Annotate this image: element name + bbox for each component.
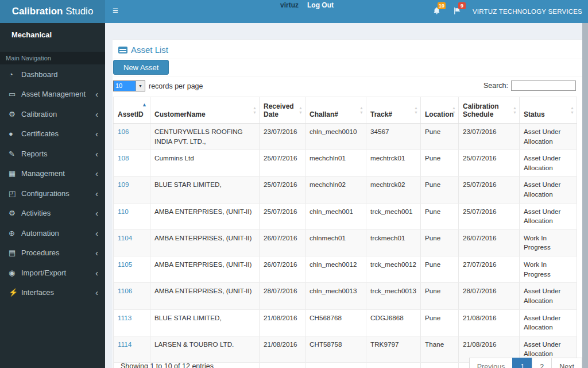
asset-id-link[interactable]: 1104 (118, 234, 132, 241)
sidebar-item-certificates[interactable]: ●Certificates‹ (0, 124, 105, 144)
flags-button[interactable]: 9 (453, 6, 466, 18)
asset-id-link[interactable]: 110 (118, 208, 129, 215)
pagination-2-button[interactable]: 2 (532, 358, 552, 368)
asset-id-link[interactable]: 108 (118, 154, 129, 162)
logout-link[interactable]: Log Out (307, 1, 334, 9)
search-input[interactable] (511, 80, 576, 91)
calibration-schedule-cell: 25/07/2016 (459, 203, 520, 229)
location-cell: Pune (421, 203, 459, 229)
sidebar-item-management[interactable]: ▦Management‹ (0, 164, 105, 184)
chevron-left-icon: ‹ (95, 288, 98, 297)
sidebar-item-label: Management (21, 169, 95, 178)
customer-name-cell: LARSEN & TOUBRO LTD. (150, 336, 260, 362)
pagination-next-button[interactable]: Next (551, 358, 582, 368)
asset-id-link[interactable]: 109 (118, 181, 129, 188)
asset-list-panel: Asset List New Asset 10 ▼ records per pa… (113, 39, 582, 368)
column-header-status[interactable]: Status▲▼ (520, 97, 577, 124)
column-header-track[interactable]: Track#▲▼ (366, 97, 421, 124)
status-cell: Asset Under Allocation (520, 283, 577, 309)
sidebar-item-reports[interactable]: ✎Reports‹ (0, 144, 105, 164)
sidebar-item-label: Procedures (21, 248, 95, 257)
track-cell: trck_mech001 (366, 203, 421, 229)
sort-down-icon: ▼ (359, 110, 363, 114)
status-cell: Asset Under Allocation (520, 309, 577, 336)
pagination-1-button[interactable]: 1 (512, 358, 532, 368)
user-session-area: virtuz Log Out (280, 1, 334, 9)
track-cell: mechtrck01 (366, 150, 421, 177)
column-label: Location (425, 110, 454, 118)
customer-name-cell: AMBA ENTERPRISES, (UNIT-II) (150, 203, 260, 229)
sidebar-item-label: Asset Management (21, 90, 95, 98)
sidebar-item-activities[interactable]: ⚙Activities‹ (0, 204, 105, 224)
showing-entries-label: Showing 1 to 10 of 12 entries (121, 362, 214, 368)
table-row: 1106AMBA ENTERPRISES, (UNIT-II)28/07/201… (114, 283, 577, 309)
calibration-schedule-cell: 25/07/2016 (459, 177, 520, 203)
received-date-cell: 25/07/2016 (260, 150, 305, 177)
calibration-schedule-cell: 23/07/2016 (459, 124, 520, 150)
column-label: CustomerName (154, 110, 206, 118)
pencil-icon: ✎ (9, 150, 21, 158)
brand-name-bold: Calibration (12, 6, 63, 17)
received-date-cell: 07/09/2016 (260, 362, 305, 368)
challan-cell: chln_mech0012 (305, 256, 366, 283)
challan-cell: chln_mech0013 (305, 283, 366, 309)
asset-id-cell: 1106 (114, 283, 150, 309)
pagination-previous-button[interactable]: Previous (469, 358, 513, 368)
asset-id-cell: 110 (114, 203, 150, 229)
vertical-scrollbar[interactable] (582, 23, 588, 368)
globe-icon: ⊕ (9, 229, 21, 237)
table-row: 109BLUE STAR LIMITED,25/07/2016mechchln0… (114, 177, 577, 203)
records-per-page-value: 10 (114, 81, 136, 91)
asset-id-cell: 1105 (114, 256, 150, 283)
sidebar-item-automation[interactable]: ⊕Automation‹ (0, 223, 105, 243)
main-content: Asset List New Asset 10 ▼ records per pa… (105, 23, 582, 368)
sidebar-item-dashboard[interactable]: ◔Dashboard (0, 64, 105, 85)
sort-icons: ▲▼ (513, 106, 517, 115)
sidebar-item-label: Activities (21, 209, 95, 217)
sidebar-item-label: Configurations (21, 189, 95, 198)
sort-up-icon: ▲ (570, 106, 574, 110)
records-per-page-select[interactable]: 10 ▼ (113, 80, 145, 91)
track-cell: trckmech01 (366, 229, 421, 256)
dashboard-icon: ◔ (9, 70, 21, 79)
received-date-cell: 25/07/2016 (260, 177, 305, 203)
plug-icon: ⚡ (9, 288, 21, 297)
asset-id-link[interactable]: 1106 (118, 287, 132, 294)
sidebar-item-label: Certificates (21, 129, 95, 138)
asset-id-link[interactable]: 1113 (118, 314, 131, 321)
location-cell: Pune (421, 124, 459, 150)
sidebar-item-interfaces[interactable]: ⚡Interfaces‹ (0, 283, 105, 303)
table-row: 1104AMBA ENTERPRISES, (UNIT-II)26/07/201… (114, 229, 577, 256)
location-cell: Thane (421, 362, 459, 368)
search-label: Search: (483, 82, 508, 90)
asset-id-link[interactable]: 1105 (118, 260, 132, 268)
column-header-received-date[interactable]: Received Date▲▼ (260, 97, 305, 124)
column-header-assetid[interactable]: AssetID▲ (114, 97, 150, 124)
sidebar-item-procedures[interactable]: ▤Procedures‹ (0, 243, 105, 263)
column-header-customername[interactable]: CustomerName▲▼ (150, 97, 260, 124)
notifications-button[interactable]: 10 (432, 6, 445, 18)
column-label: Status (524, 110, 545, 118)
sidebar-item-asset-management[interactable]: ▭Asset Management‹ (0, 85, 105, 105)
sidebar-item-calibration[interactable]: ⚙Calibration‹ (0, 104, 105, 124)
new-asset-button[interactable]: New Asset (113, 60, 169, 75)
column-header-location[interactable]: Location▲▼ (421, 97, 459, 124)
sidebar-item-label: Interfaces (21, 288, 95, 297)
challan-cell: chln_mech0010 (305, 124, 366, 150)
top-navbar: Calibration Studio ≡ virtuz Log Out 10 9… (0, 0, 588, 23)
asset-id-link[interactable]: 106 (118, 128, 129, 135)
sidebar-item-configurations[interactable]: ◰Configurations‹ (0, 183, 105, 204)
records-per-page-control: 10 ▼ records per page (113, 80, 203, 91)
app-logo[interactable]: Calibration Studio (0, 0, 105, 23)
sidebar-toggle-icon[interactable]: ≡ (106, 0, 125, 23)
received-date-cell: 26/07/2016 (260, 229, 305, 256)
calibration-schedule-cell: 21/08/2016 (459, 309, 520, 336)
sidebar-item-import-export[interactable]: ◉Import/Export‹ (0, 263, 105, 283)
sort-down-icon: ▼ (570, 110, 574, 114)
column-header-challan[interactable]: Challan#▲▼ (305, 97, 366, 124)
asset-id-link[interactable]: 1114 (118, 340, 131, 348)
received-date-cell: 21/08/2016 (260, 336, 305, 362)
username-label[interactable]: virtuz (280, 1, 299, 9)
column-header-calibration-schedule[interactable]: Calibration Schedule▲▼ (459, 97, 520, 124)
chevron-left-icon: ‹ (95, 208, 98, 218)
